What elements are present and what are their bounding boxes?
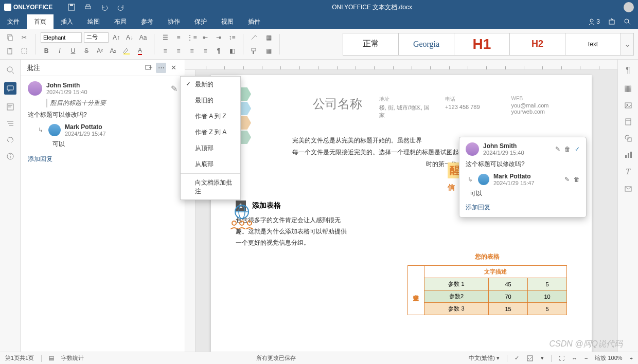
table-button[interactable]: ▦ (263, 45, 274, 57)
shape-settings-icon[interactable] (624, 134, 632, 142)
add-comment-menu[interactable]: 向文档添加批注 (181, 175, 240, 199)
align-right-button[interactable]: ≡ (186, 45, 198, 57)
clear-format-button[interactable] (249, 32, 260, 43)
wordcount-icon[interactable]: ▤ (49, 355, 54, 361)
line-spacing-button[interactable]: ↕≡ (226, 32, 238, 43)
style-text[interactable]: text (565, 33, 621, 55)
sort-from-top[interactable]: 从顶部 (181, 140, 240, 156)
textart-settings-icon[interactable]: T (626, 167, 630, 176)
popup-delete-icon[interactable]: 🗑 (564, 145, 571, 153)
open-location-icon[interactable] (608, 18, 615, 25)
borders-button[interactable]: ▦ (263, 32, 274, 43)
popup-add-reply[interactable]: 添加回复 (466, 203, 580, 212)
table-settings-icon[interactable]: ▦ (624, 83, 632, 93)
cut-button[interactable]: ✂ (19, 32, 30, 43)
tab-draw[interactable]: 绘图 (80, 14, 107, 29)
tab-plugins[interactable]: 插件 (241, 14, 268, 29)
indent-button[interactable]: ⇥ (213, 32, 224, 43)
comments-tool-icon[interactable] (4, 82, 16, 95)
search-tool-icon[interactable] (6, 66, 14, 74)
popup-edit-icon[interactable]: ✎ (555, 145, 560, 153)
style-normal[interactable]: 正常 (343, 33, 399, 55)
mail-merge-icon[interactable] (624, 185, 632, 193)
copy-button[interactable] (4, 32, 15, 43)
undo-icon[interactable] (101, 4, 108, 11)
style-dropdown-icon[interactable]: ⌄ (621, 33, 633, 55)
info-tool-icon[interactable] (6, 152, 14, 160)
sort-from-bottom[interactable]: 从底部 (181, 156, 240, 172)
tab-home[interactable]: 首页 (27, 14, 54, 29)
tab-layout[interactable]: 布局 (107, 14, 134, 29)
decrease-font-button[interactable]: A↓ (124, 32, 135, 43)
strike-button[interactable]: S (81, 45, 92, 57)
add-comment-icon[interactable] (144, 63, 154, 73)
outline-tool-icon[interactable] (6, 119, 14, 128)
font-size-select[interactable] (84, 32, 109, 43)
save-icon[interactable] (68, 4, 75, 11)
add-reply-link[interactable]: 添加回复 (28, 155, 178, 163)
align-center-button[interactable]: ≡ (173, 45, 184, 57)
subscript-button[interactable]: A₂ (108, 45, 119, 57)
search-icon[interactable] (624, 18, 631, 25)
redo-icon[interactable] (117, 4, 125, 11)
select-button[interactable] (19, 45, 30, 57)
sort-newest[interactable]: 最新的 (181, 77, 240, 93)
print-icon[interactable] (84, 4, 92, 11)
track-changes-dropdown-icon[interactable]: ▾ (541, 355, 544, 361)
users-count-icon[interactable]: 3 (588, 18, 600, 25)
zoom-level[interactable]: 缩放 100% (595, 354, 622, 362)
popup-reply-delete-icon[interactable]: 🗑 (574, 176, 580, 183)
feedback-tool-icon[interactable] (6, 136, 14, 144)
tab-protect[interactable]: 保护 (187, 14, 214, 29)
style-h1[interactable]: H1 (454, 33, 510, 55)
style-h2[interactable]: H2 (510, 33, 565, 55)
spellcheck-icon[interactable]: ✓ (515, 355, 519, 361)
tab-view[interactable]: 视图 (214, 14, 241, 29)
tab-collab[interactable]: 协作 (161, 14, 187, 29)
page-indicator[interactable]: 第1页共1页 (5, 354, 34, 362)
justify-button[interactable]: ≡ (200, 45, 211, 57)
track-changes-icon[interactable] (526, 355, 534, 362)
close-panel-icon[interactable]: ✕ (168, 63, 179, 73)
paste-button[interactable] (4, 45, 15, 57)
headings-tool-icon[interactable] (6, 103, 14, 111)
chart-settings-icon[interactable] (624, 151, 632, 159)
header-footer-settings-icon[interactable] (624, 118, 632, 126)
highlight-button[interactable] (121, 45, 132, 57)
paragraph-settings-icon[interactable]: ¶ (626, 66, 630, 75)
multilevel-button[interactable]: ⋮≡ (186, 32, 198, 43)
wordcount-label[interactable]: 字数统计 (61, 354, 84, 362)
sort-comments-icon[interactable]: ⋯ (156, 63, 166, 73)
superscript-button[interactable]: A² (94, 45, 105, 57)
popup-reply-edit-icon[interactable]: ✎ (564, 176, 570, 183)
horizontal-ruler[interactable] (185, 60, 617, 70)
format-painter-button[interactable] (249, 45, 260, 57)
increase-font-button[interactable]: A↑ (111, 32, 122, 43)
outdent-button[interactable]: ⇤ (200, 32, 211, 43)
sort-author-za[interactable]: 作者 Z 到 A (181, 124, 240, 140)
popup-resolve-icon[interactable]: ✓ (575, 145, 580, 153)
style-georgia[interactable]: Georgia (399, 33, 454, 55)
fit-page-icon[interactable]: ⛶ (559, 355, 564, 361)
font-color-button[interactable]: A (134, 45, 146, 57)
edit-comment-icon[interactable]: ✎ (171, 84, 178, 94)
sort-oldest[interactable]: 最旧的 (181, 93, 240, 108)
zoom-in-icon[interactable]: + (630, 355, 633, 361)
bullets-button[interactable]: ☰ (160, 32, 171, 43)
bold-button[interactable]: B (41, 45, 52, 57)
numbering-button[interactable]: ≡ (173, 32, 184, 43)
tab-file[interactable]: 文件 (0, 14, 27, 29)
font-select[interactable] (41, 32, 82, 43)
language-selector[interactable]: 中文(繁體) ▾ (469, 354, 500, 362)
fit-width-icon[interactable]: ↔ (572, 355, 577, 361)
sort-author-az[interactable]: 作者 A 到 Z (181, 108, 240, 124)
italic-button[interactable]: I (54, 45, 65, 57)
user-avatar[interactable] (624, 2, 634, 12)
change-case-button[interactable]: Aa (137, 32, 149, 43)
image-settings-icon[interactable] (624, 101, 632, 110)
tab-insert[interactable]: 插入 (54, 14, 80, 29)
paragraph-mark-button[interactable]: ¶ (213, 45, 224, 57)
tab-references[interactable]: 参考 (134, 14, 161, 29)
underline-button[interactable]: U (67, 45, 79, 57)
zoom-out-icon[interactable]: − (584, 355, 588, 361)
